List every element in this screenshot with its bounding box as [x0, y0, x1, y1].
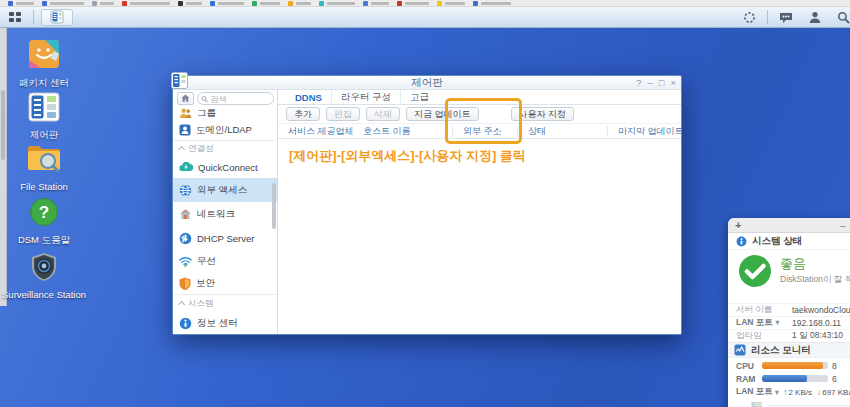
window-app-icon: [171, 72, 188, 89]
chevron-up-icon: [178, 301, 185, 308]
window-close-button[interactable]: ×: [670, 76, 676, 90]
tab-ddns[interactable]: DDNS: [286, 90, 332, 104]
control-panel-sidebar: 그룹 도메인/LDAP 연결성: [173, 90, 278, 334]
search-input[interactable]: [210, 94, 270, 104]
sidebar-item-domain-ldap[interactable]: 도메인/LDAP: [173, 120, 277, 140]
dropdown-caret-icon[interactable]: ▾: [775, 317, 779, 327]
user-menu-button[interactable]: [801, 9, 829, 26]
add-button[interactable]: 추가: [286, 107, 320, 121]
main-menu-button[interactable]: [0, 9, 30, 26]
window-help-button[interactable]: ?: [636, 76, 641, 90]
network-icon: [179, 208, 192, 220]
taskbar-open-app-control-panel[interactable]: [41, 9, 73, 26]
ram-bar-fill: [762, 375, 807, 382]
quickconnect-icon: [179, 162, 193, 172]
external-access-globe-icon: [179, 184, 192, 197]
sidebar-item-network[interactable]: 네트워크: [173, 202, 277, 226]
desktop-icon-dsm-help[interactable]: ? DSM 도움말: [16, 197, 72, 245]
column-header-service-provider[interactable]: 서비스 제공업체: [278, 126, 353, 137]
surveillance-station-icon: [29, 252, 59, 282]
bookmark: [319, 1, 355, 6]
column-header-hostname[interactable]: 호스트 이름: [353, 126, 453, 137]
taskbar-separator: [767, 10, 768, 24]
edit-button[interactable]: 편집: [326, 107, 360, 121]
sidebar-item-external-access[interactable]: 외부 액세스: [173, 178, 277, 202]
sidebar-item-dhcp-server[interactable]: DHCP Server: [173, 226, 277, 250]
desktop-icon-file-station[interactable]: File Station: [16, 142, 72, 192]
bookmark: [178, 1, 202, 6]
bookmark: [42, 1, 84, 6]
desktop-icon-surveillance-station[interactable]: Surveillance Station: [16, 252, 72, 300]
resource-monitor-header[interactable]: 리소스 모니터: [728, 342, 850, 358]
dsm-taskbar: [0, 7, 850, 28]
pilot-view-button[interactable]: [735, 9, 764, 26]
favicon: [92, 1, 97, 6]
bookmark: [288, 1, 311, 6]
favicon: [319, 1, 324, 6]
user-icon: [809, 11, 821, 24]
add-widget-button[interactable]: +: [735, 219, 741, 232]
uptime-row: 업타임 1 일 08:43:10: [728, 329, 850, 342]
column-header-last-update[interactable]: 마지막 업데이트 시..: [608, 126, 681, 137]
desktop-icon-package-center[interactable]: 패키지 센터: [16, 38, 72, 88]
window-maximize-button[interactable]: □: [659, 76, 665, 90]
favicon: [8, 1, 13, 6]
cpu-row: CPU 8: [728, 360, 850, 371]
column-header-status[interactable]: 상태: [518, 126, 608, 137]
health-status-text: 좋음: [780, 255, 806, 273]
cpu-bar-fill: [762, 362, 823, 369]
server-name-row: 서버 이름 taekwondoCloud: [728, 303, 850, 316]
favicon: [210, 1, 215, 6]
pilot-view-icon: [743, 11, 756, 24]
sidebar-item-security[interactable]: 보안: [173, 272, 277, 294]
lan-traffic-graph: 800 600 400: [728, 401, 850, 407]
sidebar-item-wireless[interactable]: 무선: [173, 250, 277, 272]
home-button[interactable]: [177, 92, 194, 105]
notifications-button[interactable]: [771, 9, 801, 26]
sidebar-scrollbar-thumb[interactable]: [272, 183, 276, 229]
bookmark: [363, 1, 389, 6]
svg-text:?: ?: [39, 203, 49, 222]
dropdown-caret-icon[interactable]: ▾: [775, 387, 779, 397]
window-minimize-button[interactable]: –: [647, 76, 652, 90]
system-health-status: 좋음 DiskStation이 잘 작동 중입니다.: [728, 250, 850, 303]
favicon: [473, 1, 478, 6]
widget-minimize-button[interactable]: –: [840, 219, 846, 232]
home-icon: [181, 94, 190, 103]
browser-bookmarks-strip: [0, 0, 850, 7]
favicon: [397, 1, 402, 6]
resource-monitor-title: 리소스 모니터: [751, 344, 811, 357]
sidebar-search[interactable]: [197, 92, 274, 105]
system-health-header[interactable]: 시스템 상태: [728, 233, 850, 250]
wireless-icon: [179, 256, 192, 267]
sidebar-section-system[interactable]: 시스템: [173, 294, 277, 312]
browser-edge-scrollbar[interactable]: [0, 28, 7, 306]
favicon: [42, 1, 47, 6]
download-arrow-icon: ↓: [817, 387, 821, 397]
lan-port-row: LAN 포트 ▾ 192.168.0.11: [728, 316, 850, 329]
ram-row: RAM 6: [728, 373, 850, 384]
scrollbar-thumb[interactable]: [1, 90, 5, 160]
sidebar-section-connectivity[interactable]: 연결성: [173, 140, 277, 156]
file-station-icon: [26, 142, 62, 174]
delete-button[interactable]: 삭제: [366, 107, 400, 121]
bookmark: [122, 1, 170, 6]
sidebar-item-group[interactable]: 그룹: [173, 106, 277, 120]
ram-bar: [762, 375, 828, 382]
desktop-icon-label: 제어판: [16, 129, 72, 140]
tab-router-config[interactable]: 라우터 구성: [332, 90, 401, 104]
favicon: [288, 1, 293, 6]
sidebar-item-info-center[interactable]: 정보 센터: [173, 312, 277, 334]
favicon: [252, 1, 257, 6]
dsm-desktop: 패키지 센터 제어판 File Station ? DSM 도움말: [0, 0, 850, 407]
bookmark: [92, 1, 114, 6]
tab-advanced[interactable]: 고급: [401, 90, 438, 104]
info-icon: [179, 317, 192, 330]
search-button[interactable]: [829, 9, 850, 26]
bookmark: [397, 1, 429, 6]
sidebar-item-quickconnect[interactable]: QuickConnect: [173, 156, 277, 178]
window-titlebar[interactable]: 제어판 ? – □ ×: [173, 76, 681, 90]
control-panel-main: DDNS 라우터 구성 고급 추가 편집 삭제 지금 업데이트 사용자 지정 서…: [278, 90, 681, 334]
desktop-icon-control-panel[interactable]: 제어판: [16, 92, 72, 140]
annotation-text: [제어판]-[외부엑세스]-[사용자 지정] 클릭: [289, 147, 526, 165]
